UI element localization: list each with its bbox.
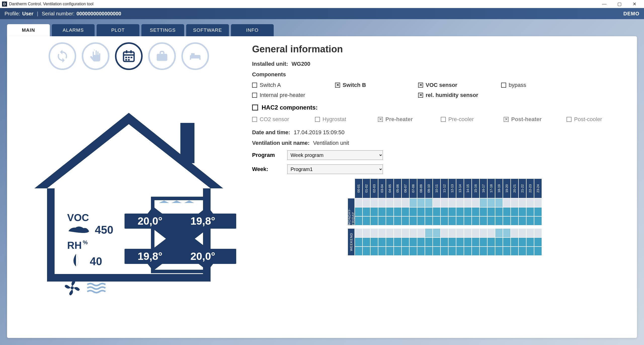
schedule-cell[interactable] — [518, 228, 526, 237]
schedule-cell[interactable] — [355, 228, 363, 237]
schedule-cell[interactable] — [355, 216, 363, 225]
schedule-cell[interactable] — [417, 237, 425, 247]
schedule-cell[interactable] — [409, 216, 417, 225]
schedule-cell[interactable] — [448, 216, 456, 225]
schedule-cell[interactable] — [378, 247, 386, 256]
component-switch-b[interactable]: ✕Switch B — [335, 82, 418, 88]
schedule-cell[interactable] — [472, 216, 479, 225]
schedule-cell[interactable] — [386, 247, 394, 256]
schedule-cell[interactable] — [433, 237, 440, 247]
hac2-hygrostat[interactable]: Hygrostat — [315, 116, 378, 123]
schedule-cell[interactable] — [440, 237, 448, 247]
schedule-cell[interactable] — [526, 207, 534, 216]
schedule-cell[interactable] — [425, 228, 433, 237]
schedule-cell[interactable] — [456, 228, 464, 237]
hac2-pre-cooler[interactable]: Pre-cooler — [441, 116, 504, 123]
schedule-cell[interactable] — [378, 207, 386, 216]
schedule-cell[interactable] — [503, 228, 511, 237]
schedule-cell[interactable] — [370, 207, 378, 216]
schedule-cell[interactable] — [495, 216, 503, 225]
schedule-cell[interactable] — [355, 198, 363, 207]
schedule-cell[interactable] — [417, 228, 425, 237]
schedule-cell[interactable] — [448, 247, 456, 256]
maximize-button[interactable]: ▢ — [612, 0, 627, 8]
schedule-cell[interactable] — [479, 207, 487, 216]
schedule-cell[interactable] — [511, 237, 518, 247]
schedule-cell[interactable] — [355, 207, 363, 216]
tab-alarms[interactable]: ALARMS — [52, 24, 95, 36]
schedule-cell[interactable] — [472, 228, 479, 237]
schedule-cell[interactable] — [456, 198, 464, 207]
schedule-cell[interactable] — [363, 207, 370, 216]
schedule-cell[interactable] — [378, 237, 386, 247]
schedule-cell[interactable] — [401, 198, 409, 207]
schedule-cell[interactable] — [448, 198, 456, 207]
week-select[interactable]: Program1 — [287, 164, 383, 174]
mode-briefcase-button[interactable] — [148, 42, 176, 70]
schedule-cell[interactable] — [456, 237, 464, 247]
hac2-checkbox[interactable] — [252, 105, 258, 111]
schedule-cell[interactable] — [503, 237, 511, 247]
hac2-pre-heater[interactable]: ✕Pre-heater — [378, 116, 441, 123]
mode-refresh-button[interactable] — [49, 42, 76, 70]
hac2-post-cooler[interactable]: Post-cooler — [567, 116, 629, 123]
schedule-cell[interactable] — [378, 198, 386, 207]
schedule-cell[interactable] — [534, 198, 542, 207]
schedule-cell[interactable] — [394, 228, 401, 237]
schedule-cell[interactable] — [409, 207, 417, 216]
schedule-cell[interactable] — [503, 198, 511, 207]
schedule-cell[interactable] — [503, 247, 511, 256]
schedule-cell[interactable] — [479, 228, 487, 237]
schedule-cell[interactable] — [456, 207, 464, 216]
schedule-cell[interactable] — [409, 198, 417, 207]
schedule-cell[interactable] — [464, 237, 472, 247]
schedule-cell[interactable] — [363, 228, 370, 237]
schedule-cell[interactable] — [511, 216, 518, 225]
schedule-cell[interactable] — [386, 237, 394, 247]
schedule-cell[interactable] — [464, 207, 472, 216]
schedule-cell[interactable] — [363, 247, 370, 256]
schedule-cell[interactable] — [433, 198, 440, 207]
schedule-cell[interactable] — [425, 247, 433, 256]
schedule-cell[interactable] — [409, 237, 417, 247]
schedule-cell[interactable] — [440, 216, 448, 225]
component-voc-sensor[interactable]: ✕VOC sensor — [418, 82, 501, 88]
schedule-cell[interactable] — [487, 237, 495, 247]
schedule-cell[interactable] — [456, 247, 464, 256]
schedule-cell[interactable] — [355, 237, 363, 247]
schedule-cell[interactable] — [472, 207, 479, 216]
schedule-cell[interactable] — [433, 207, 440, 216]
schedule-cell[interactable] — [472, 237, 479, 247]
schedule-cell[interactable] — [526, 247, 534, 256]
mode-schedule-button[interactable] — [115, 42, 143, 70]
schedule-cell[interactable] — [370, 228, 378, 237]
schedule-cell[interactable] — [518, 198, 526, 207]
schedule-cell[interactable] — [456, 216, 464, 225]
tab-settings[interactable]: SETTINGS — [141, 24, 184, 36]
schedule-cell[interactable] — [487, 207, 495, 216]
schedule-cell[interactable] — [448, 228, 456, 237]
schedule-cell[interactable] — [386, 228, 394, 237]
schedule-cell[interactable] — [433, 247, 440, 256]
schedule-cell[interactable] — [487, 216, 495, 225]
schedule-cell[interactable] — [440, 228, 448, 237]
schedule-cell[interactable] — [417, 216, 425, 225]
schedule-cell[interactable] — [425, 198, 433, 207]
component-internal-pre-heater[interactable]: Internal pre-heater — [252, 92, 335, 98]
schedule-cell[interactable] — [526, 198, 534, 207]
schedule-cell[interactable] — [511, 207, 518, 216]
schedule-cell[interactable] — [370, 247, 378, 256]
schedule-cell[interactable] — [495, 247, 503, 256]
schedule-cell[interactable] — [409, 247, 417, 256]
component-bypass[interactable]: bypass — [501, 82, 584, 88]
schedule-cell[interactable] — [503, 207, 511, 216]
component-rel-humidity-sensor[interactable]: ✕rel. humidity sensor — [418, 92, 501, 98]
schedule-cell[interactable] — [534, 247, 542, 256]
schedule-cell[interactable] — [526, 216, 534, 225]
schedule-cell[interactable] — [370, 237, 378, 247]
schedule-cell[interactable] — [401, 237, 409, 247]
schedule-cell[interactable] — [401, 247, 409, 256]
component-switch-a[interactable]: Switch A — [252, 82, 335, 88]
schedule-cell[interactable] — [526, 228, 534, 237]
schedule-cell[interactable] — [518, 207, 526, 216]
